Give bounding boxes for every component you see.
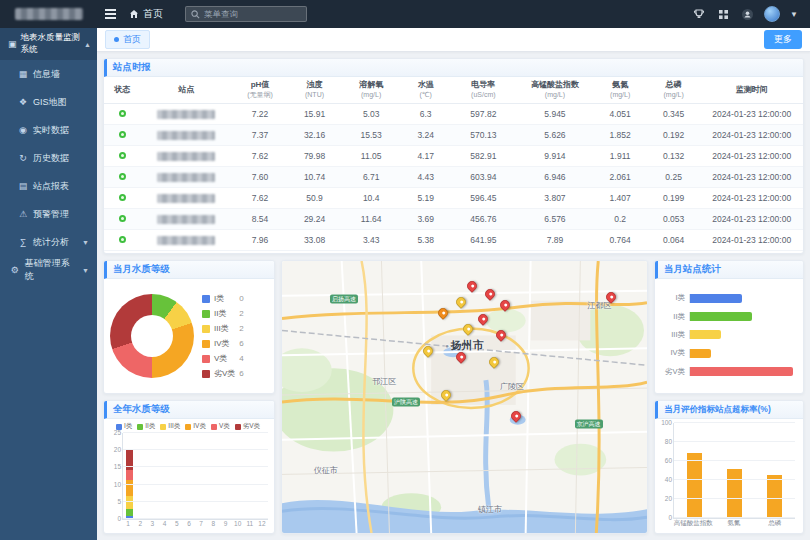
station-cell [140,166,232,187]
legend-item[interactable]: 劣V类 [235,422,260,431]
gis-map-icon: ❖ [18,97,28,107]
stacked-bar-chart: I类II类III类IV类V类劣V类 0510152025 12345678910… [104,419,274,533]
sidebar-item-2[interactable]: ◉实时数据 [0,116,97,144]
status-cell [104,124,140,145]
sidebar-item-0[interactable]: ▦信息墙 [0,60,97,88]
value-cell: 3.24 [401,124,450,145]
value-cell: 0.764 [593,229,646,250]
sidebar-system-title[interactable]: ▣ 地表水质量监测系统 ▲ [0,28,97,60]
value-cell: 0.199 [647,187,700,208]
xtick-label: 7 [195,520,207,531]
tab-home-label: 首页 [123,33,141,46]
legend-item[interactable]: IV类 [185,422,206,431]
legend-item[interactable]: 劣V类6 [202,368,244,379]
fullscreen-icon[interactable] [716,7,730,21]
hbar-track [689,349,793,358]
legend-item[interactable]: II类 [137,422,155,431]
station-name-redacted [157,152,215,161]
legend-item[interactable]: I类0 [202,293,244,304]
search-input[interactable] [204,9,301,19]
sidebar-item-label: 信息墙 [33,68,60,81]
legend-label: 劣V类 [243,422,260,431]
legend-item[interactable]: II类2 [202,308,244,319]
legend-swatch [137,424,143,430]
value-cell: 7.60 [232,166,288,187]
stack-segment [126,496,133,509]
sidebar-item-3[interactable]: ↻历史数据 [0,144,97,172]
value-cell: 570.13 [450,124,516,145]
month-column [256,433,268,519]
month-column [123,433,135,519]
value-cell: 0.132 [647,145,700,166]
value-cell: 15.91 [288,103,341,124]
value-cell: 50.9 [288,187,341,208]
status-cell [104,103,140,124]
value-cell: 79.98 [288,145,341,166]
sidebar: ▣ 地表水质量监测系统 ▲ ▦信息墙❖GIS地图◉实时数据↻历史数据▤站点报表⚠… [0,28,97,540]
ytick-label: 25 [109,429,121,436]
time-cell: 2024-01-23 12:00:00 [700,124,803,145]
sidebar-item-5[interactable]: ⚠预警管理 [0,200,97,228]
column-header: 总磷(mg/L) [647,77,700,103]
xtick-label: 11 [244,520,256,531]
tab-home[interactable]: 首页 [105,30,150,49]
hbar-row: III类 [659,330,793,340]
sidebar-item-label: 实时数据 [33,124,69,137]
xtick-label: 总磷 [754,519,795,531]
xtick-label: 高锰酸盐指数 [673,519,714,531]
value-cell: 9.914 [517,145,594,166]
table-row: 7.6010.746.714.43603.946.9462.0610.25202… [104,166,803,187]
system-icon: ⚙ [10,265,20,275]
left-chart-column: 当月水质等级 I类0II类2III类2IV类6V类4劣V类6 全年水质等级 I类… [103,260,275,534]
legend-swatch [211,424,217,430]
trophy-icon[interactable] [692,7,706,21]
station-cell [140,145,232,166]
menu-search[interactable] [185,6,307,22]
legend-swatch [185,424,191,430]
github-icon[interactable] [740,7,754,21]
sidebar-item-4[interactable]: ▤站点报表 [0,172,97,200]
legend-item[interactable]: III类 [160,422,180,431]
more-button[interactable]: 更多 [764,30,802,49]
history-icon: ↻ [18,153,28,163]
ytick-label: 40 [658,476,672,483]
time-cell: 2024-01-23 12:00:00 [700,103,803,124]
station-cell [140,124,232,145]
legend-item[interactable]: V类4 [202,353,244,364]
sidebar-item-7[interactable]: ⚙基础管理系统▼ [0,256,97,284]
sidebar-item-1[interactable]: ❖GIS地图 [0,88,97,116]
app-logo-redacted [15,8,83,20]
value-cell: 7.96 [232,229,288,250]
stats-icon: ∑ [18,237,28,247]
legend-item[interactable]: IV类6 [202,338,244,349]
legend-item[interactable]: III类2 [202,323,244,334]
legend-item[interactable]: V类 [211,422,230,431]
month-column [159,433,171,519]
header-actions: ▼ [692,6,810,22]
chevron-up-icon: ▲ [84,41,91,48]
value-cell: 0.2 [593,208,646,229]
avatar[interactable] [764,6,780,22]
legend-label: III类 [168,422,180,431]
hbar-chart: I类II类III类IV类劣V类 [655,279,803,393]
sidebar-item-6[interactable]: ∑统计分析▼ [0,228,97,256]
menu-toggle-icon[interactable] [97,0,123,28]
donut-chart: I类0II类2III类2IV类6V类4劣V类6 [104,279,274,393]
panel-title-station-report: 站点时报 [104,59,803,77]
main-content: 站点时报 状态站点pH值(无量纲)浊度(NTU)溶解氧(mg/L)水温(℃)电导… [97,52,810,540]
month-column [208,433,220,519]
map-canvas[interactable]: 扬州市邗江区江都区广陵区仪征市镇江市启扬高速沪陕高速京沪高速 [282,261,647,533]
legend-value: 4 [239,354,243,363]
vbar-xaxis: 高锰酸盐指数氨氮总磷 [673,519,795,531]
station-name-redacted [157,236,215,245]
legend-label: V类 [219,422,230,431]
station-cell [140,229,232,250]
legend-swatch [202,355,210,363]
value-cell: 4.051 [593,103,646,124]
breadcrumb[interactable]: 首页 [129,7,163,21]
breadcrumb-home-label: 首页 [143,7,163,21]
chevron-down-icon[interactable]: ▼ [790,10,798,19]
donut-ring [110,294,194,378]
value-cell: 0.053 [647,208,700,229]
column-header: 站点 [140,77,232,103]
